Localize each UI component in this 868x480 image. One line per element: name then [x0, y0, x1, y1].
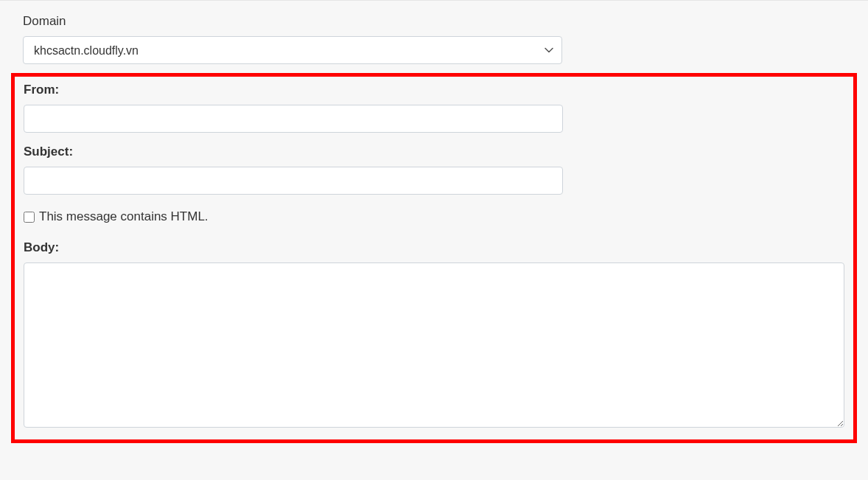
html-checkbox-label: This message contains HTML. — [39, 209, 209, 224]
from-input[interactable] — [24, 105, 563, 133]
domain-label: Domain — [23, 14, 845, 29]
domain-select-wrapper: khcsactn.cloudfly.vn — [23, 36, 562, 64]
html-checkbox[interactable] — [24, 212, 35, 223]
subject-input[interactable] — [24, 167, 563, 195]
body-textarea[interactable] — [24, 262, 844, 428]
form-container: Domain khcsactn.cloudfly.vn From: Subjec… — [0, 0, 868, 480]
domain-section: Domain khcsactn.cloudfly.vn — [0, 1, 868, 73]
from-label: From: — [24, 83, 844, 97]
highlighted-form-section: From: Subject: This message contains HTM… — [11, 73, 857, 443]
domain-select[interactable]: khcsactn.cloudfly.vn — [23, 36, 562, 64]
html-checkbox-group: This message contains HTML. — [24, 209, 844, 224]
body-label: Body: — [24, 240, 844, 255]
subject-label: Subject: — [24, 145, 844, 159]
subject-group: Subject: — [24, 145, 844, 195]
from-group: From: — [24, 83, 844, 133]
body-group: Body: — [24, 240, 844, 431]
